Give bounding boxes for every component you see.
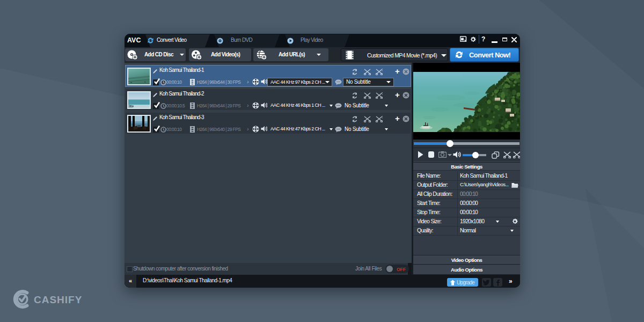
svg-text:CASHIFY: CASHIFY [34,294,82,305]
